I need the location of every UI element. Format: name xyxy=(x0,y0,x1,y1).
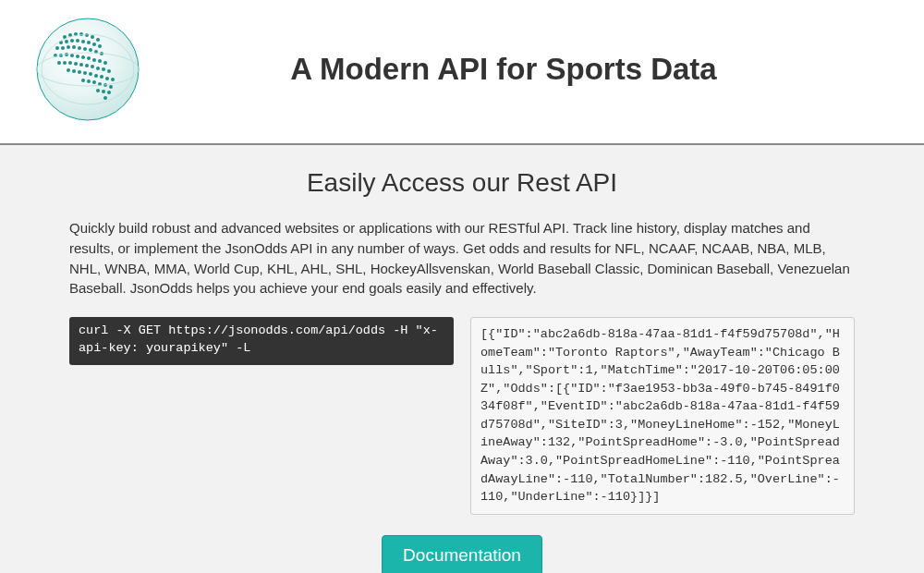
svg-point-53 xyxy=(105,77,109,80)
svg-point-10 xyxy=(65,40,68,43)
svg-point-18 xyxy=(61,46,65,50)
svg-point-48 xyxy=(78,70,81,74)
svg-point-20 xyxy=(72,45,76,49)
section-description: Quickly build robust and advanced websit… xyxy=(69,218,855,299)
svg-point-49 xyxy=(83,71,87,75)
header: A Modern API for Sports Data xyxy=(0,0,924,145)
svg-point-34 xyxy=(98,59,102,63)
svg-point-32 xyxy=(87,56,91,60)
svg-point-54 xyxy=(111,78,115,81)
code-response-column: [{"ID":"abc2a6db-818a-47aa-81d1-f4f59d75… xyxy=(470,317,855,515)
svg-point-30 xyxy=(76,55,79,58)
svg-point-61 xyxy=(96,89,100,92)
svg-point-16 xyxy=(98,44,102,48)
svg-point-8 xyxy=(96,38,100,42)
svg-point-51 xyxy=(94,74,98,78)
svg-point-21 xyxy=(78,46,81,50)
svg-point-29 xyxy=(70,54,74,57)
svg-point-22 xyxy=(83,47,87,51)
svg-point-15 xyxy=(92,43,96,46)
code-row: curl -X GET https://jsonodds.com/api/odd… xyxy=(69,317,855,515)
svg-point-14 xyxy=(87,41,91,44)
svg-point-44 xyxy=(102,67,105,71)
svg-point-7 xyxy=(91,35,94,39)
main-section: Easily Access our Rest API Quickly build… xyxy=(0,145,924,573)
svg-point-6 xyxy=(85,33,89,37)
svg-point-12 xyxy=(76,39,79,43)
svg-point-38 xyxy=(68,61,72,65)
svg-point-63 xyxy=(107,91,111,94)
page-title: A Modern API for Sports Data xyxy=(148,52,896,87)
svg-point-56 xyxy=(87,79,91,83)
svg-point-13 xyxy=(81,40,85,43)
json-response-block: [{"ID":"abc2a6db-818a-47aa-81d1-f4f59d75… xyxy=(470,317,855,515)
svg-point-50 xyxy=(89,72,92,76)
svg-point-47 xyxy=(72,69,76,73)
svg-point-36 xyxy=(57,61,61,65)
svg-point-43 xyxy=(96,67,100,70)
button-row: Documentation xyxy=(69,535,855,573)
code-request-column: curl -X GET https://jsonodds.com/api/odd… xyxy=(69,317,454,515)
svg-point-23 xyxy=(89,48,92,52)
svg-point-33 xyxy=(92,58,96,62)
section-subheading: Easily Access our Rest API xyxy=(69,168,855,198)
svg-point-55 xyxy=(81,79,85,82)
svg-point-46 xyxy=(67,68,70,72)
svg-point-52 xyxy=(100,75,103,79)
svg-point-62 xyxy=(102,90,105,93)
svg-point-41 xyxy=(85,64,89,67)
globe-logo-icon xyxy=(28,9,148,129)
svg-point-40 xyxy=(79,63,83,67)
svg-point-57 xyxy=(92,80,96,84)
svg-point-11 xyxy=(70,39,74,43)
svg-point-42 xyxy=(91,65,94,68)
svg-point-37 xyxy=(63,61,67,65)
svg-point-60 xyxy=(109,85,113,89)
svg-point-45 xyxy=(107,69,111,73)
svg-point-39 xyxy=(74,62,78,66)
svg-point-31 xyxy=(81,55,85,59)
svg-point-35 xyxy=(103,61,107,65)
curl-command-block: curl -X GET https://jsonodds.com/api/odd… xyxy=(69,317,454,365)
svg-point-17 xyxy=(55,46,59,50)
documentation-button[interactable]: Documentation xyxy=(382,535,542,573)
svg-point-19 xyxy=(67,45,70,49)
svg-point-64 xyxy=(103,96,107,100)
